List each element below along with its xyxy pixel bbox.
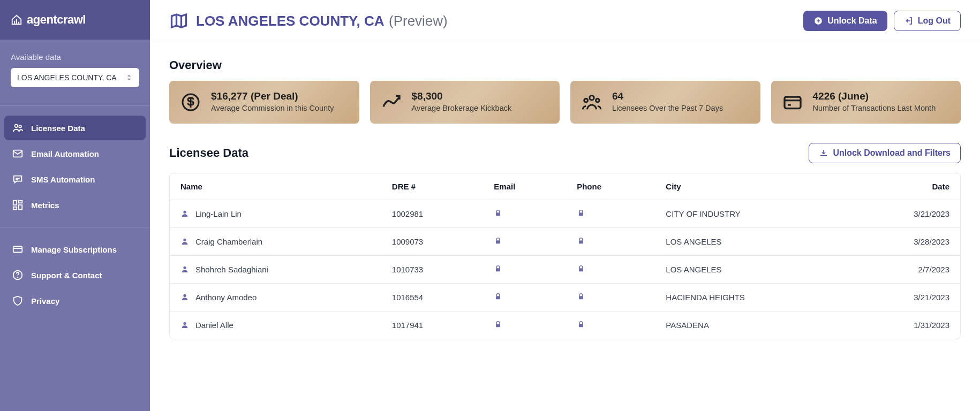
help-icon [12,269,24,281]
map-icon [169,11,189,31]
cell-phone [566,283,655,311]
nav-item-email-automation[interactable]: Email Automation [4,141,146,166]
nav-primary: Licensee DataEmail AutomationSMS Automat… [0,111,150,222]
logout-label: Log Out [918,16,951,26]
licensee-table-wrap: NameDRE #EmailPhoneCityDate Ling-Lain Li… [169,173,961,339]
nav-item-manage-subscriptions[interactable]: Manage Subscriptions [4,237,146,262]
lock-icon [577,237,585,245]
card-icon [12,243,24,255]
col-date: Date [849,173,960,200]
available-data-section: Available data LOS ANGELES COUNTY, CA [0,40,150,100]
nav-item-licensee-data[interactable]: Licensee Data [4,116,146,140]
cell-date: 3/21/2023 [849,283,960,311]
cell-name: Craig Chamberlain [170,227,381,255]
message-icon [12,173,24,185]
person-icon [180,237,189,246]
col-phone: Phone [566,173,655,200]
cell-dre: 1002981 [381,200,483,227]
nav-item-support-contact[interactable]: Support & Contact [4,263,146,287]
card2-icon [782,92,803,113]
card-value: $8,300 [412,90,512,102]
cell-dre: 1010733 [381,255,483,283]
nav-label: Support & Contact [31,271,102,280]
cell-city: HACIENDA HEIGHTS [655,283,849,311]
unlock-data-button[interactable]: Unlock Data [803,11,887,31]
shield-icon [12,295,24,307]
card-label: Average Brokerage Kickback [412,103,512,114]
cell-name: Ling-Lain Lin [170,200,381,227]
logout-icon [904,16,914,26]
lock-icon [494,237,502,245]
table-row[interactable]: Anthony Amodeo1016554HACIENDA HEIGHTS3/2… [170,283,960,311]
unlock-data-label: Unlock Data [827,16,877,26]
person-icon [180,293,189,301]
nav-item-privacy[interactable]: Privacy [4,288,146,313]
cell-date: 2/7/2023 [849,255,960,283]
main: LOS ANGELES COUNTY, CA (Preview) Unlock … [150,0,980,411]
overview-card: 4226 (June)Number of Transactions Last M… [771,81,961,124]
cell-date: 1/31/2023 [849,311,960,339]
nav-secondary: Manage SubscriptionsSupport & ContactPri… [0,233,150,317]
table-row[interactable]: Craig Chamberlain1009073LOS ANGELES3/28/… [170,227,960,255]
table-row[interactable]: Daniel Alle1017941PASADENA1/31/2023 [170,311,960,339]
chevron-updown-icon [125,74,133,81]
cell-email [483,311,566,339]
users-icon [12,122,24,134]
lock-icon [494,264,502,273]
group-icon [581,92,602,113]
unlock-download-label: Unlock Download and Filters [833,148,951,158]
cell-date: 3/28/2023 [849,227,960,255]
cell-email [483,255,566,283]
download-icon [819,148,828,158]
logo[interactable]: agentcrawl [0,0,150,40]
lock-icon [577,320,585,329]
table-row[interactable]: Shohreh Sadaghiani1010733LOS ANGELES2/7/… [170,255,960,283]
county-selector[interactable]: LOS ANGELES COUNTY, CA [11,68,139,87]
nav-label: SMS Automation [31,175,95,184]
cell-city: LOS ANGELES [655,227,849,255]
cell-city: LOS ANGELES [655,255,849,283]
col-city: City [655,173,849,200]
logout-button[interactable]: Log Out [894,11,961,31]
dollar-icon [180,92,201,113]
card-value: 64 [612,90,723,102]
overview-card: $16,277 (Per Deal)Average Commission in … [169,81,359,124]
cell-email [483,227,566,255]
divider [0,105,150,106]
dashboard-icon [12,199,24,211]
plus-circle-icon [813,16,823,26]
card-value: $16,277 (Per Deal) [211,90,334,102]
cell-name: Anthony Amodeo [170,283,381,311]
unlock-download-button[interactable]: Unlock Download and Filters [809,143,961,163]
county-selected-value: LOS ANGELES COUNTY, CA [17,73,117,82]
cell-phone [566,200,655,227]
content: Overview $16,277 (Per Deal)Average Commi… [150,42,980,411]
card-label: Number of Transactions Last Month [813,103,936,114]
cell-email [483,200,566,227]
cell-name: Shohreh Sadaghiani [170,255,381,283]
overview-card: 64Licensees Over the Past 7 Days [570,81,760,124]
lock-icon [577,292,585,301]
cell-date: 3/21/2023 [849,200,960,227]
nav-label: Manage Subscriptions [31,245,117,254]
nav-item-sms-automation[interactable]: SMS Automation [4,167,146,192]
overview-title: Overview [169,58,961,72]
nav-label: Metrics [31,201,59,210]
cell-city: CITY OF INDUSTRY [655,200,849,227]
licensee-header: Licensee Data Unlock Download and Filter… [169,143,961,163]
brand-text: agentcrawl [27,13,86,27]
header: LOS ANGELES COUNTY, CA (Preview) Unlock … [150,0,980,42]
lock-icon [494,209,502,217]
cell-dre: 1016554 [381,283,483,311]
overview-card: $8,300Average Brokerage Kickback [370,81,560,124]
person-icon [180,265,189,273]
cell-phone [566,227,655,255]
col-name: Name [170,173,381,200]
col-email: Email [483,173,566,200]
cell-dre: 1009073 [381,227,483,255]
page-title: LOS ANGELES COUNTY, CA [196,13,385,29]
sidebar: agentcrawl Available data LOS ANGELES CO… [0,0,150,411]
header-actions: Unlock Data Log Out [803,11,961,31]
table-row[interactable]: Ling-Lain Lin1002981CITY OF INDUSTRY3/21… [170,200,960,227]
nav-item-metrics[interactable]: Metrics [4,193,146,217]
